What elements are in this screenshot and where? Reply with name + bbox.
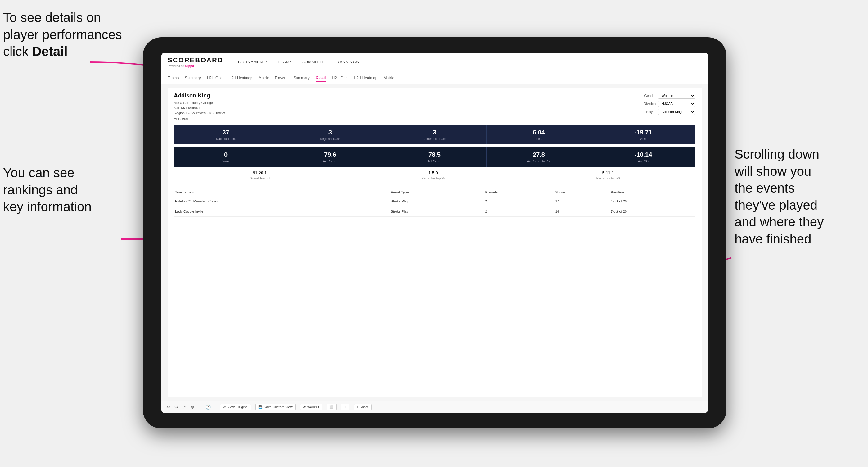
row2-rounds: 2 bbox=[484, 207, 554, 217]
gender-label: Gender bbox=[644, 94, 656, 97]
record-overall-label: Overall Record bbox=[250, 177, 270, 180]
tab-h2h-grid[interactable]: H2H Grid bbox=[207, 74, 223, 82]
tab-h2h-heatmap[interactable]: H2H Heatmap bbox=[229, 74, 252, 82]
stat-regional-rank-value: 3 bbox=[281, 129, 380, 136]
top-nav: SCOREBOARD Powered by clippd TOURNAMENTS… bbox=[161, 53, 708, 71]
records-section: 91-20-1 Overall Record 1-5-0 Record vs t… bbox=[174, 170, 695, 184]
save-custom-view-button[interactable]: 💾 Save Custom View bbox=[255, 404, 296, 410]
stat-adj-score-value: 78.5 bbox=[385, 151, 484, 158]
watch-button[interactable]: 👁 Watch ▾ bbox=[300, 404, 322, 410]
table-body: Estella CC- Mountain Classic Stroke Play… bbox=[174, 196, 695, 217]
record-top50-value: 5-11-1 bbox=[596, 170, 620, 175]
nav-teams[interactable]: TEAMS bbox=[278, 58, 292, 66]
stat-adj-score-label: Adj Score bbox=[385, 160, 484, 163]
record-overall-value: 91-20-1 bbox=[250, 170, 270, 175]
tab-h2h-grid2[interactable]: H2H Grid bbox=[332, 74, 347, 82]
record-top25-value: 1-5-0 bbox=[422, 170, 445, 175]
toolbar-sep bbox=[215, 404, 215, 410]
table-row: Estella CC- Mountain Classic Stroke Play… bbox=[174, 196, 695, 207]
stat-avg-score-par-label: Avg Score to Par bbox=[489, 160, 588, 163]
stat-adj-score: 78.5 Adj Score bbox=[382, 148, 487, 167]
stat-avg-score-label: Avg Score bbox=[281, 160, 380, 163]
stat-sos: -19.71 SoS bbox=[591, 125, 695, 145]
col-rounds: Rounds bbox=[484, 188, 554, 196]
gender-filter-row: Gender Women Men bbox=[644, 93, 695, 99]
record-top25-label: Record vs top 25 bbox=[422, 177, 445, 180]
row2-event-type: Stroke Play bbox=[390, 207, 484, 217]
tablet-screen: SCOREBOARD Powered by clippd TOURNAMENTS… bbox=[161, 53, 708, 413]
stat-wins-value: 0 bbox=[176, 151, 275, 158]
tab-matrix2[interactable]: Matrix bbox=[384, 74, 394, 82]
table-header: Tournament Event Type Rounds Score Posit… bbox=[174, 188, 695, 196]
record-overall: 91-20-1 Overall Record bbox=[250, 170, 270, 181]
tablet: SCOREBOARD Powered by clippd TOURNAMENTS… bbox=[143, 37, 726, 429]
stat-regional-rank-label: Regional Rank bbox=[281, 137, 380, 141]
record-top25: 1-5-0 Record vs top 25 bbox=[422, 170, 445, 181]
stats-row1: 37 National Rank 3 Regional Rank 3 Confe… bbox=[174, 125, 695, 145]
share-button[interactable]: ⤴ Share bbox=[353, 404, 371, 410]
refresh-icon[interactable]: ⟳ bbox=[183, 405, 186, 410]
minus-icon[interactable]: − bbox=[199, 405, 201, 410]
division-filter-row: Division NJCAA I NJCAA II bbox=[644, 101, 695, 107]
stat-avg-score-value: 79.6 bbox=[281, 151, 380, 158]
stat-avg-score: 79.6 Avg Score bbox=[278, 148, 382, 167]
nav-items: TOURNAMENTS TEAMS COMMITTEE RANKINGS bbox=[236, 58, 702, 66]
annotation-bottom-left: You can see rankings and key information bbox=[3, 164, 121, 216]
stat-conference-rank-value: 3 bbox=[385, 129, 484, 136]
stat-conference-rank-label: Conference Rank bbox=[385, 137, 484, 141]
stat-wins-label: Wins bbox=[176, 160, 275, 163]
redo-icon[interactable]: ↪ bbox=[175, 405, 178, 410]
row2-tournament: Lady Coyote Invite bbox=[174, 207, 390, 217]
stat-points-value: 6.04 bbox=[489, 129, 588, 136]
row1-event-type: Stroke Play bbox=[390, 196, 484, 207]
division-label: Division bbox=[644, 102, 656, 105]
undo-icon[interactable]: ↩ bbox=[166, 405, 170, 410]
save-icon: 💾 bbox=[258, 405, 262, 409]
view-icon: 👁 bbox=[223, 405, 226, 409]
stat-wins: 0 Wins bbox=[174, 148, 278, 167]
tab-matrix[interactable]: Matrix bbox=[258, 74, 269, 82]
player-select[interactable]: Addison King bbox=[658, 109, 695, 115]
stat-avg-sg-label: Avg SG bbox=[594, 160, 693, 163]
stat-points-label: Points bbox=[489, 137, 588, 141]
logo-area: SCOREBOARD Powered by clippd bbox=[168, 56, 223, 68]
stat-avg-sg-value: -10.14 bbox=[594, 151, 693, 158]
col-score: Score bbox=[554, 188, 610, 196]
tab-h2h-heatmap2[interactable]: H2H Heatmap bbox=[353, 74, 377, 82]
main-content: Addison King Mesa Community College NJCA… bbox=[161, 85, 708, 401]
tab-players[interactable]: Players bbox=[275, 74, 287, 82]
division-select[interactable]: NJCAA I NJCAA II bbox=[658, 101, 695, 107]
stat-avg-score-par-value: 27.8 bbox=[489, 151, 588, 158]
grid-button[interactable]: ⊞ bbox=[341, 404, 349, 410]
row1-position: 4 out of 20 bbox=[610, 196, 695, 207]
stat-avg-score-par: 27.8 Avg Score to Par bbox=[487, 148, 591, 167]
nav-tournaments[interactable]: TOURNAMENTS bbox=[236, 58, 269, 66]
player-label: Player bbox=[646, 110, 656, 114]
tab-teams[interactable]: Teams bbox=[168, 74, 179, 82]
logo-scoreboard: SCOREBOARD bbox=[168, 56, 223, 64]
player-info: Addison King Mesa Community College NJCA… bbox=[174, 93, 225, 121]
gender-select[interactable]: Women Men bbox=[658, 93, 695, 99]
stat-national-rank: 37 National Rank bbox=[174, 125, 278, 145]
nav-committee[interactable]: COMMITTEE bbox=[302, 58, 328, 66]
annotation-top-left: To see details on player performances cl… bbox=[3, 9, 133, 60]
tab-summary[interactable]: Summary bbox=[185, 74, 200, 82]
zoom-icon[interactable]: ⊕ bbox=[191, 405, 194, 410]
player-header: Addison King Mesa Community College NJCA… bbox=[174, 93, 695, 121]
row2-score: 16 bbox=[554, 207, 610, 217]
player-filter-row: Player Addison King bbox=[646, 109, 695, 115]
row1-rounds: 2 bbox=[484, 196, 554, 207]
record-top50-label: Record vs top 50 bbox=[596, 177, 620, 180]
col-event-type: Event Type bbox=[390, 188, 484, 196]
tab-detail[interactable]: Detail bbox=[316, 74, 326, 82]
logo-powered: Powered by clippd bbox=[168, 64, 223, 68]
toolbar: ↩ ↪ ⟳ ⊕ − 🕐 👁 View: Original 💾 Save Cust… bbox=[161, 401, 708, 413]
player-name: Addison King bbox=[174, 93, 225, 99]
clock-icon[interactable]: 🕐 bbox=[206, 405, 211, 410]
table-row: Lady Coyote Invite Stroke Play 2 16 7 ou… bbox=[174, 207, 695, 217]
view-original-button[interactable]: 👁 View: Original bbox=[220, 404, 251, 410]
screen-button[interactable]: ⬜ bbox=[327, 404, 337, 410]
col-position: Position bbox=[610, 188, 695, 196]
tab-summary2[interactable]: Summary bbox=[293, 74, 309, 82]
nav-rankings[interactable]: RANKINGS bbox=[337, 58, 359, 66]
